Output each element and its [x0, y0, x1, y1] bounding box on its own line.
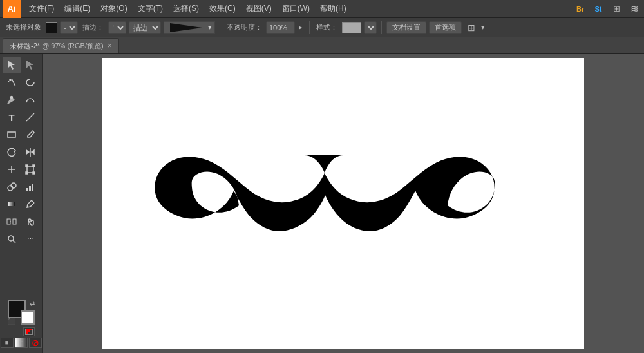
mode-row: ■ ◻ ⊘ [1, 338, 42, 348]
arrange-icon[interactable]: ⊞ [464, 21, 478, 35]
stroke-weight-select[interactable]: 1 [108, 21, 126, 34]
document-canvas [102, 58, 584, 349]
reset-colors-icon[interactable]: ⬛ [8, 318, 15, 325]
free-transform-button[interactable] [21, 161, 39, 178]
svg-rect-20 [26, 188, 28, 191]
opacity-arrow[interactable]: ▸ [297, 23, 305, 32]
stroke-arrow-display[interactable]: ▾ [164, 21, 215, 34]
rectangle-tool-button[interactable] [3, 126, 21, 143]
stroke-style-select[interactable]: — [60, 21, 78, 34]
tool-row-2 [1, 74, 41, 91]
svg-rect-14 [26, 165, 28, 167]
menu-view[interactable]: 视图(V) [242, 1, 276, 17]
svg-line-3 [8, 81, 9, 82]
width-tool-button[interactable] [3, 161, 21, 178]
tool-row-7 [1, 161, 41, 178]
hand-tool-button[interactable] [21, 213, 39, 230]
preferences-button[interactable]: 首选项 [429, 21, 462, 34]
opacity-input[interactable] [266, 21, 295, 34]
lasso-button[interactable] [21, 74, 39, 91]
stroke-label: 描边： [80, 23, 106, 32]
bridge-icon[interactable]: Br [573, 2, 587, 16]
menu-file[interactable]: 文件(F) [24, 1, 59, 17]
stroke-cap-select[interactable]: 描边 [129, 21, 161, 34]
separator-1 [220, 21, 220, 34]
selection-tool-button[interactable] [3, 57, 21, 73]
gradient-mode-button[interactable]: ◻ [15, 338, 28, 348]
menu-effect[interactable]: 效果(C) [205, 1, 240, 17]
background-color[interactable] [21, 310, 35, 325]
eyedropper-button[interactable] [21, 196, 39, 213]
svg-line-29 [13, 240, 15, 243]
tool-row-11: ⋯ [1, 231, 41, 247]
svg-rect-25 [7, 219, 10, 224]
canvas-area [43, 54, 644, 353]
tool-row-6 [1, 144, 41, 160]
stock-icon[interactable]: St [591, 2, 605, 16]
svg-rect-17 [33, 172, 35, 174]
pen-tool-button[interactable] [3, 91, 21, 108]
tab-title: 未标题-2* @ 97% (RGB/预览) [10, 41, 104, 51]
menu-edit[interactable]: 编辑(E) [60, 1, 95, 17]
svg-rect-23 [8, 202, 15, 206]
tool-row-1 [1, 57, 41, 73]
svg-marker-1 [26, 61, 33, 70]
gradient-tool-button[interactable] [3, 196, 21, 213]
type-tool-button[interactable]: T [3, 109, 21, 126]
swap-colors-icon[interactable]: ⇄ [30, 300, 35, 307]
direct-selection-tool-button[interactable] [21, 57, 39, 73]
color-pair: ⇄ ⬛ [8, 300, 35, 325]
stroke-triangle-icon [170, 23, 202, 32]
menu-select[interactable]: 选择(S) [169, 1, 204, 17]
svg-line-6 [26, 113, 34, 121]
extra-icon[interactable]: ≋ [627, 2, 641, 16]
grid-icon[interactable]: ⊞ [609, 2, 623, 16]
svg-rect-26 [13, 219, 16, 224]
app-logo: Ai [3, 0, 21, 18]
rotate-tool-button[interactable] [3, 144, 21, 160]
tool-row-9 [1, 196, 41, 213]
paintbrush-button[interactable] [21, 126, 39, 143]
blend-tool-button[interactable] [3, 213, 21, 230]
color-mode-button[interactable]: ■ [1, 338, 14, 348]
arrange-arrow[interactable]: ▾ [481, 23, 485, 32]
none-mode-button[interactable]: ⊘ [29, 338, 42, 348]
svg-line-2 [12, 79, 15, 86]
opacity-label: 不透明度： [225, 23, 264, 32]
main-area: T [0, 54, 644, 353]
tool-row-5 [1, 126, 41, 143]
svg-point-4 [10, 79, 11, 81]
separator-3 [381, 21, 382, 34]
fill-color-swatch[interactable] [46, 22, 57, 33]
extra-tool-button[interactable]: ⋯ [21, 231, 39, 247]
svg-point-5 [11, 97, 13, 99]
svg-rect-15 [33, 165, 35, 167]
opacity-area: 不透明度： ▸ [225, 21, 305, 34]
reflect-tool-button[interactable] [21, 144, 39, 160]
menu-text[interactable]: 文字(T) [133, 1, 167, 17]
document-tab[interactable]: 未标题-2* @ 97% (RGB/预览) × [3, 38, 119, 53]
svg-rect-22 [32, 184, 33, 191]
shape-builder-button[interactable] [3, 178, 21, 195]
menu-window[interactable]: 窗口(W) [278, 1, 314, 17]
tool-row-4: T [1, 109, 41, 126]
doc-settings-button[interactable]: 文档设置 [386, 21, 426, 34]
chart-button[interactable] [21, 178, 39, 195]
selection-label: 未选择对象 [4, 23, 43, 32]
menu-object[interactable]: 对象(O) [96, 1, 131, 17]
svg-rect-16 [26, 172, 28, 174]
menu-bar: Ai 文件(F) 编辑(E) 对象(O) 文字(T) 选择(S) 效果(C) 视… [0, 0, 644, 18]
zoom-tool-button[interactable] [3, 231, 21, 247]
style-select[interactable]: ▾ [364, 21, 377, 34]
tab-close-button[interactable]: × [108, 41, 112, 50]
curvature-tool-button[interactable] [21, 91, 39, 108]
svg-marker-9 [26, 150, 29, 154]
tool-row-3 [1, 91, 41, 108]
magic-wand-button[interactable] [3, 74, 21, 91]
tool-row-8 [1, 178, 41, 195]
tool-row-10 [1, 213, 41, 230]
mustache-artwork [144, 117, 543, 291]
style-swatch[interactable] [342, 22, 361, 33]
menu-help[interactable]: 帮助(H) [316, 1, 351, 17]
line-segment-button[interactable] [21, 109, 39, 126]
